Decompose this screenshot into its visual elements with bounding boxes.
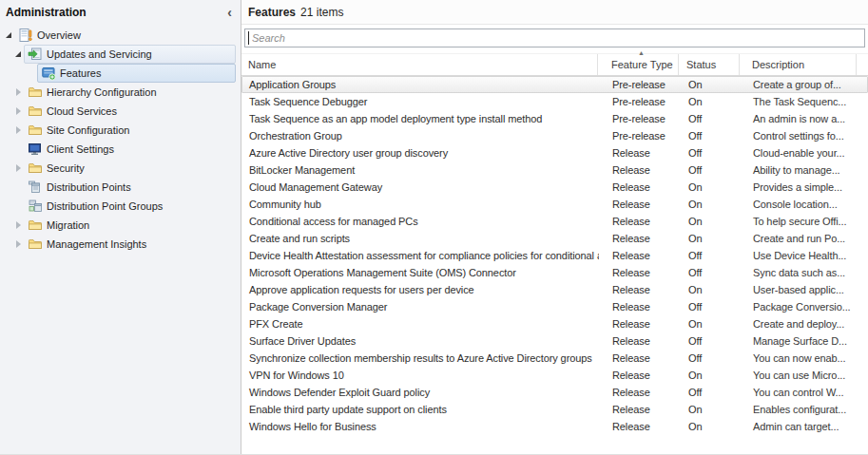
cell-feature-type: Pre-release (599, 113, 680, 124)
cell-description: Admin can target... (741, 421, 858, 432)
table-row[interactable]: PFX CreateReleaseOnCreate and deploy... (241, 315, 868, 332)
cell-feature-type: Release (599, 387, 680, 398)
cell-name: Device Health Attestation assessment for… (242, 250, 599, 261)
cell-name: Surface Driver Updates (242, 335, 599, 347)
table-row[interactable]: Conditional access for managed PCsReleas… (241, 213, 868, 230)
tree-item-hierarchy-configuration[interactable]: Hierarchy Configuration (0, 83, 241, 102)
cell-feature-type: Pre-release (599, 130, 680, 142)
tree-item-management-insights[interactable]: Management Insights (0, 235, 241, 254)
table-row[interactable]: Azure Active Directory user group discov… (241, 144, 868, 161)
cell-status: On (680, 421, 741, 432)
cell-name: Orchestration Group (242, 130, 599, 142)
tree-item-content: Cloud Services (24, 102, 236, 121)
cell-feature-type: Release (599, 301, 680, 313)
tree-item-content: Client Settings (24, 140, 236, 159)
tree-item-migration[interactable]: Migration (0, 216, 241, 235)
expander-collapsed-icon[interactable] (12, 238, 24, 250)
cell-name: Cloud Management Gateway (242, 181, 599, 193)
cell-status: Off (680, 164, 741, 176)
cell-feature-type: Release (599, 216, 680, 227)
table-row[interactable]: Microsoft Operations Management Suite (O… (241, 264, 868, 281)
table-row[interactable]: Enable third party update support on cli… (241, 401, 868, 418)
tree-item-content: Features (37, 64, 236, 83)
tree-item-label: Updates and Servicing (47, 48, 152, 60)
table-row[interactable]: Device Health Attestation assessment for… (241, 247, 868, 264)
table-row[interactable]: Task Sequence DebuggerPre-releaseOnThe T… (241, 93, 868, 110)
column-header-description[interactable]: Description (740, 54, 857, 75)
table-row[interactable]: Approve application requests for users p… (241, 281, 868, 298)
tree-item-label: Distribution Point Groups (47, 200, 163, 212)
expander-placeholder (26, 67, 37, 79)
table-row[interactable]: Surface Driver UpdatesReleaseOffManage S… (241, 332, 868, 350)
cell-feature-type: Release (599, 370, 680, 381)
table-row[interactable]: Synchronize collection membership result… (241, 350, 868, 367)
cell-description: User-based applic... (741, 284, 858, 295)
cell-status: On (680, 199, 741, 210)
column-header-name[interactable]: Name (241, 54, 598, 75)
cell-status: Off (680, 335, 741, 347)
tree-item-label: Features (60, 67, 101, 79)
expander-collapsed-icon[interactable] (12, 86, 24, 98)
list-title-bar: Features 21 items (241, 0, 868, 25)
navigation-tree: OverviewUpdates and ServicingFeaturesHie… (0, 24, 241, 254)
tree-item-content: Hierarchy Configuration (24, 83, 236, 102)
tree-item-label: Cloud Services (47, 105, 117, 117)
column-header-status[interactable]: Status (679, 54, 740, 75)
column-header-feature-type[interactable]: ▲ Feature Type (598, 54, 679, 75)
cell-feature-type: Release (599, 147, 680, 159)
tree-item-features[interactable]: Features (0, 64, 241, 83)
table-row[interactable]: Orchestration GroupPre-releaseOffControl… (241, 127, 868, 144)
search-input[interactable] (244, 28, 865, 47)
table-row[interactable]: Community hubReleaseOnConsole location..… (241, 196, 868, 213)
folder-icon (28, 85, 43, 100)
tree-item-overview[interactable]: Overview (0, 26, 241, 45)
table-row[interactable]: Windows Hello for BusinessReleaseOnAdmin… (241, 418, 868, 435)
client-settings-icon (28, 142, 43, 157)
table-row[interactable]: Windows Defender Exploit Guard policyRel… (241, 384, 868, 401)
main-panel: Features 21 items Name ▲ Feature Type St… (241, 0, 868, 454)
cell-status: On (680, 404, 741, 415)
tree-item-label: Management Insights (47, 238, 146, 250)
collapse-sidebar-button[interactable]: ‹ (222, 6, 237, 19)
expander-expanded-icon[interactable] (12, 48, 24, 60)
cell-status: On (680, 79, 741, 90)
cell-feature-type: Release (599, 318, 680, 330)
table-row[interactable]: Create and run scriptsReleaseOnCreate an… (241, 230, 868, 247)
tree-item-client-settings[interactable]: Client Settings (0, 140, 241, 159)
tree-item-distribution-points[interactable]: Distribution Points (0, 178, 241, 197)
table-row[interactable]: Application GroupsPre-releaseOnCreate a … (241, 76, 868, 93)
tree-item-site-configuration[interactable]: Site Configuration (0, 121, 241, 140)
cell-feature-type: Release (599, 404, 680, 415)
tree-item-updates-and-servicing[interactable]: Updates and Servicing (0, 45, 241, 64)
cell-name: Community hub (242, 199, 599, 210)
distribution-points-icon (28, 180, 43, 195)
cell-feature-type: Release (599, 164, 680, 176)
expander-collapsed-icon[interactable] (12, 105, 24, 117)
cell-status: Off (680, 113, 741, 124)
tree-item-security[interactable]: Security (0, 159, 241, 178)
tree-item-distribution-point-groups[interactable]: Distribution Point Groups (0, 197, 241, 216)
expander-expanded-icon[interactable] (3, 29, 14, 41)
sidebar-header: Administration ‹ (0, 0, 241, 24)
table-row[interactable]: BitLocker ManagementReleaseOffAbility to… (241, 161, 868, 179)
expander-collapsed-icon[interactable] (12, 219, 24, 231)
table-row[interactable]: Cloud Management GatewayReleaseOnProvide… (241, 179, 868, 196)
tree-item-content: Distribution Point Groups (24, 197, 236, 216)
tree-item-label: Overview (37, 29, 81, 41)
folder-icon (28, 161, 43, 176)
cell-feature-type: Release (599, 250, 680, 261)
table-row[interactable]: VPN for Windows 10ReleaseOnYou can use M… (241, 367, 868, 384)
app-window: Administration ‹ OverviewUpdates and Ser… (0, 0, 868, 455)
cell-description: You can control W... (741, 387, 858, 398)
cell-description: Manage Surface D... (741, 335, 858, 347)
cell-feature-type: Release (599, 233, 680, 244)
folder-icon (28, 123, 43, 138)
table-row[interactable]: Package Conversion ManagerReleaseOffPack… (241, 298, 868, 315)
column-header-filler (857, 54, 868, 75)
cell-name: Application Groups (242, 79, 599, 90)
tree-item-label: Security (47, 162, 85, 174)
tree-item-cloud-services[interactable]: Cloud Services (0, 102, 241, 121)
table-row[interactable]: Task Sequence as an app model deployment… (241, 110, 868, 127)
expander-collapsed-icon[interactable] (12, 162, 24, 174)
expander-collapsed-icon[interactable] (12, 124, 24, 136)
